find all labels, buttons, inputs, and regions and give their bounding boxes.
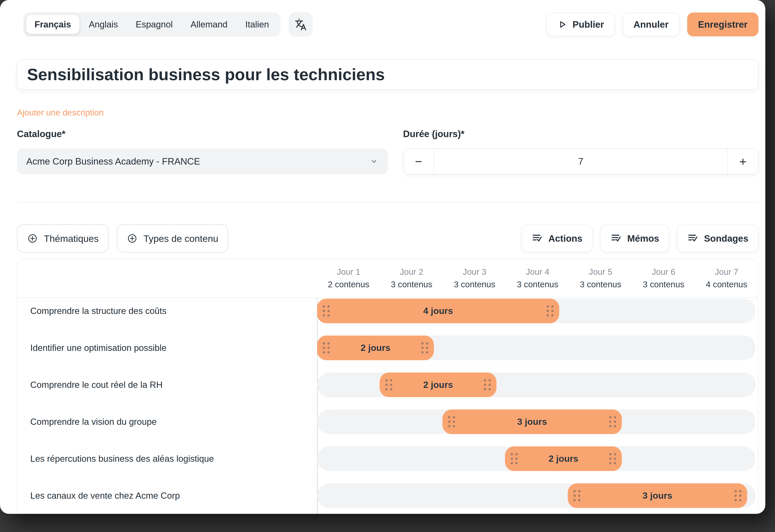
language-tabs: FrançaisAnglaisEspagnolAllemandItalien — [23, 12, 280, 37]
tab-language-allemand[interactable]: Allemand — [182, 15, 236, 34]
course-title-input[interactable] — [17, 59, 758, 90]
theme-label: Comprendre la structure des coûts — [17, 298, 317, 324]
day-column-6: Jour 63 contenus — [632, 267, 695, 289]
gantt-header: Jour 12 contenusJour 23 contenusJour 33 … — [17, 259, 758, 298]
day-label: Jour 5 — [589, 267, 612, 277]
gantt-bar[interactable]: 3 jours — [568, 483, 747, 508]
decrement-button[interactable]: − — [404, 149, 434, 174]
day-content-count: 3 contenus — [643, 280, 684, 289]
drag-handle-left[interactable] — [385, 379, 393, 391]
add-description-link[interactable]: Ajouter une description — [17, 108, 104, 117]
gantt-row: Comprendre la vision du groupe3 jours — [17, 409, 758, 446]
day-content-count: 3 contenus — [391, 280, 432, 289]
day-label: Jour 1 — [337, 267, 360, 277]
drag-handle-left[interactable] — [448, 416, 455, 427]
duration-input[interactable] — [434, 149, 728, 174]
drag-handle-right[interactable] — [421, 342, 428, 354]
add-chips: Thématiques Types de contenu — [17, 224, 228, 252]
publish-button[interactable]: Publier — [546, 13, 615, 36]
day-label: Jour 7 — [715, 267, 738, 277]
save-label: Enregistrer — [698, 19, 748, 30]
day-content-count: 3 contenus — [517, 280, 559, 289]
day-content-count: 3 contenus — [580, 280, 621, 289]
day-label: Jour 3 — [463, 267, 487, 277]
gantt-row: Identifier une optimisation possible2 jo… — [17, 335, 758, 372]
gantt-row: Les canaux de vente chez Acme Corp3 jour… — [17, 483, 758, 514]
day-column-7: Jour 74 contenus — [695, 267, 758, 289]
increment-button[interactable]: + — [728, 149, 758, 174]
day-column-3: Jour 33 contenus — [443, 267, 506, 289]
gantt-bar[interactable]: 4 jours — [317, 299, 559, 323]
plus-circle-icon — [27, 233, 38, 244]
top-bar: FrançaisAnglaisEspagnolAllemandItalien — [17, 12, 758, 37]
top-bar-actions: Publier Annuler Enregistrer — [546, 13, 758, 36]
translate-icon — [293, 17, 308, 32]
day-label: Jour 6 — [652, 267, 675, 277]
list-check-icon — [687, 232, 699, 244]
drag-handle-right[interactable] — [484, 379, 491, 391]
tab-language-anglais[interactable]: Anglais — [80, 15, 126, 34]
duration-label: Durée (jours)* — [403, 128, 758, 139]
tab-language-italien[interactable]: Italien — [237, 15, 277, 34]
drag-handle-right[interactable] — [734, 490, 742, 501]
day-content-count: 4 contenus — [706, 280, 747, 289]
gantt-rows: Comprendre la structure des coûts4 jours… — [17, 298, 758, 514]
chip-label: Types de contenu — [143, 233, 218, 244]
theme-label: Les répercutions business des aléas logi… — [17, 446, 317, 472]
tool-button-label: Actions — [548, 233, 583, 244]
gantt-bar-label: 2 jours — [317, 336, 434, 360]
gantt-bar[interactable]: 3 jours — [443, 410, 622, 434]
chip-label: Thématiques — [44, 233, 99, 244]
duration-stepper: − + — [403, 148, 758, 174]
drag-handle-right[interactable] — [547, 305, 554, 317]
gantt-row: Les répercutions business des aléas logi… — [17, 446, 758, 483]
gantt-row-area: 2 jours — [317, 372, 756, 409]
gantt-bar-label: 2 jours — [379, 373, 497, 397]
drag-handle-left[interactable] — [573, 490, 581, 501]
drag-handle-left[interactable] — [323, 305, 330, 317]
list-check-icon — [532, 232, 543, 244]
tool-button-label: Mémos — [627, 233, 659, 244]
save-button[interactable]: Enregistrer — [687, 13, 758, 36]
drag-handle-right[interactable] — [609, 416, 616, 427]
gantt-row-area: 2 jours — [317, 335, 756, 372]
day-column-1: Jour 12 contenus — [317, 267, 380, 289]
page-content: FrançaisAnglaisEspagnolAllemandItalien — [0, 12, 765, 514]
cancel-button[interactable]: Annuler — [623, 13, 680, 36]
gantt-bar[interactable]: 2 jours — [505, 446, 622, 471]
day-column-5: Jour 53 contenus — [569, 267, 632, 289]
gantt-row: Comprendre le cout réel de la RH2 jours — [17, 372, 758, 409]
section-divider — [17, 202, 758, 202]
theme-label: Comprendre le cout réel de la RH — [17, 372, 317, 398]
tab-language-francais[interactable]: Français — [26, 15, 79, 34]
gantt-bar[interactable]: 2 jours — [317, 336, 434, 360]
sondages-button[interactable]: Sondages — [677, 225, 758, 252]
catalogue-label: Catalogue* — [17, 128, 388, 139]
actions-button[interactable]: Actions — [521, 225, 593, 252]
translate-button[interactable] — [289, 12, 312, 37]
day-content-count: 3 contenus — [454, 280, 496, 289]
day-label: Jour 4 — [526, 267, 549, 277]
gantt-bar[interactable]: 2 jours — [379, 373, 497, 397]
app-window: FrançaisAnglaisEspagnolAllemandItalien — [0, 0, 765, 514]
cancel-label: Annuler — [634, 19, 669, 30]
day-label: Jour 2 — [400, 267, 424, 277]
day-content-count: 2 contenus — [328, 280, 369, 289]
memos-button[interactable]: Mémos — [600, 225, 669, 252]
theme-label: Identifier une optimisation possible — [17, 335, 317, 361]
catalogue-field: Catalogue* Acme Corp Business Academy - … — [17, 128, 388, 174]
play-icon — [557, 19, 568, 30]
gantt-bar-label: 4 jours — [317, 299, 559, 323]
add-thematiques-button[interactable]: Thématiques — [17, 224, 109, 252]
drag-handle-right[interactable] — [609, 453, 616, 464]
drag-handle-left[interactable] — [323, 342, 330, 354]
catalogue-select[interactable]: Acme Corp Business Academy - FRANCE — [17, 148, 388, 174]
add-types-de-contenu-button[interactable]: Types de contenu — [117, 224, 228, 252]
theme-label: Les canaux de vente chez Acme Corp — [17, 483, 317, 509]
gantt-board: Jour 12 contenusJour 23 contenusJour 33 … — [17, 258, 758, 514]
fields-row: Catalogue* Acme Corp Business Academy - … — [17, 128, 758, 174]
publish-label: Publier — [573, 19, 604, 30]
tab-language-espagnol[interactable]: Espagnol — [127, 15, 181, 34]
drag-handle-left[interactable] — [511, 453, 518, 464]
gantt-row-area: 3 jours — [317, 483, 756, 514]
